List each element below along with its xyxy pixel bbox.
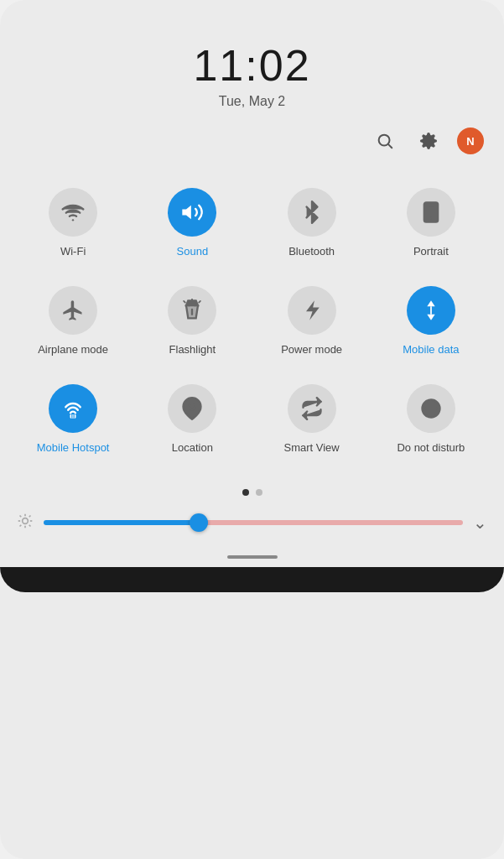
tile-wifi-icon-bg — [49, 188, 97, 237]
dot-1[interactable] — [242, 489, 249, 496]
portrait-icon — [419, 200, 443, 224]
tile-wifi-label: Wi-Fi — [60, 245, 86, 259]
tile-bluetooth-icon-bg — [288, 188, 336, 237]
tile-mobiledata[interactable]: Mobile data — [372, 271, 491, 369]
time-section: 11:02 Tue, May 2 — [0, 0, 504, 117]
quick-settings-panel: 11:02 Tue, May 2 N — [0, 0, 504, 859]
tile-location-icon-bg — [168, 384, 216, 433]
svg-line-26 — [20, 524, 22, 526]
user-avatar[interactable]: N — [457, 128, 484, 154]
brightness-slider[interactable] — [44, 514, 463, 531]
tile-powermode[interactable]: Power mode — [252, 271, 372, 369]
tile-portrait-label: Portrait — [413, 245, 449, 259]
home-indicator[interactable] — [227, 555, 278, 559]
tile-flashlight-icon-bg — [168, 286, 216, 335]
sound-icon — [180, 200, 204, 224]
brightness-collapse-button[interactable]: ⌄ — [473, 513, 487, 533]
svg-line-23 — [29, 524, 31, 526]
svg-line-11 — [200, 301, 201, 303]
brightness-low-icon — [17, 513, 34, 534]
bottom-bar — [0, 567, 504, 592]
smartview-icon — [300, 397, 324, 420]
tile-sound[interactable]: Sound — [132, 173, 252, 271]
tile-location-label: Location — [172, 441, 213, 456]
tile-bluetooth-label: Bluetooth — [288, 245, 335, 259]
quick-tiles-grid: Wi-Fi Sound Bluetooth — [0, 164, 504, 476]
airplane-icon — [61, 299, 85, 322]
tile-sound-icon-bg — [168, 188, 216, 237]
mobiledata-icon — [419, 299, 443, 322]
svg-point-16 — [190, 403, 195, 409]
svg-line-22 — [20, 515, 22, 517]
tile-flashlight[interactable]: Flashlight — [132, 271, 252, 369]
tile-mobiledata-label: Mobile data — [403, 343, 459, 357]
tile-mobiledata-icon-bg — [407, 286, 455, 335]
wifi-icon — [61, 200, 85, 224]
svg-line-27 — [29, 515, 31, 517]
tile-dnd-label: Do not disturb — [397, 441, 465, 456]
svg-rect-13 — [70, 414, 76, 419]
brightness-thumb[interactable] — [190, 513, 208, 532]
pagination-dots — [0, 476, 504, 502]
tile-airplane[interactable]: Airplane mode — [13, 271, 132, 369]
tile-dnd[interactable]: Do not disturb — [372, 369, 491, 467]
clock-time: 11:02 — [0, 40, 504, 91]
tile-hotspot[interactable]: Mobile Hotspot — [13, 369, 132, 467]
tile-sound-label: Sound — [177, 245, 209, 259]
tile-bluetooth[interactable]: Bluetooth — [252, 173, 372, 271]
tile-portrait-icon-bg — [407, 188, 455, 237]
gear-icon — [419, 132, 438, 150]
tile-smartview[interactable]: Smart View — [252, 369, 372, 467]
tile-dnd-icon-bg — [407, 384, 455, 433]
brightness-track — [44, 520, 463, 525]
tile-smartview-icon-bg — [288, 384, 336, 433]
tile-powermode-icon-bg — [288, 286, 336, 335]
tile-airplane-icon-bg — [49, 286, 97, 335]
settings-button[interactable] — [413, 126, 444, 156]
svg-point-19 — [23, 518, 29, 523]
clock-date: Tue, May 2 — [0, 94, 504, 109]
bluetooth-icon — [300, 200, 324, 224]
home-bar — [0, 544, 504, 567]
location-icon — [180, 397, 204, 420]
tile-hotspot-icon-bg — [49, 384, 97, 433]
tile-powermode-label: Power mode — [281, 343, 342, 357]
search-icon — [376, 132, 394, 150]
tile-wifi[interactable]: Wi-Fi — [13, 173, 132, 271]
flashlight-icon — [180, 299, 204, 322]
tile-airplane-label: Airplane mode — [38, 343, 108, 357]
powermode-icon — [300, 299, 324, 322]
tile-portrait[interactable]: Portrait — [372, 173, 491, 271]
svg-point-2 — [72, 219, 74, 221]
search-button[interactable] — [370, 126, 400, 156]
dnd-icon — [419, 397, 443, 420]
hotspot-icon — [61, 397, 85, 420]
svg-marker-3 — [183, 206, 192, 219]
brightness-row: ⌄ — [0, 502, 504, 544]
tile-location[interactable]: Location — [132, 369, 252, 467]
svg-line-10 — [184, 301, 185, 303]
tile-smartview-label: Smart View — [284, 441, 340, 456]
top-icons-row: N — [0, 117, 504, 164]
svg-line-1 — [388, 144, 392, 148]
dot-2[interactable] — [256, 489, 262, 496]
tile-hotspot-label: Mobile Hotspot — [37, 441, 110, 456]
tile-flashlight-label: Flashlight — [169, 343, 216, 357]
